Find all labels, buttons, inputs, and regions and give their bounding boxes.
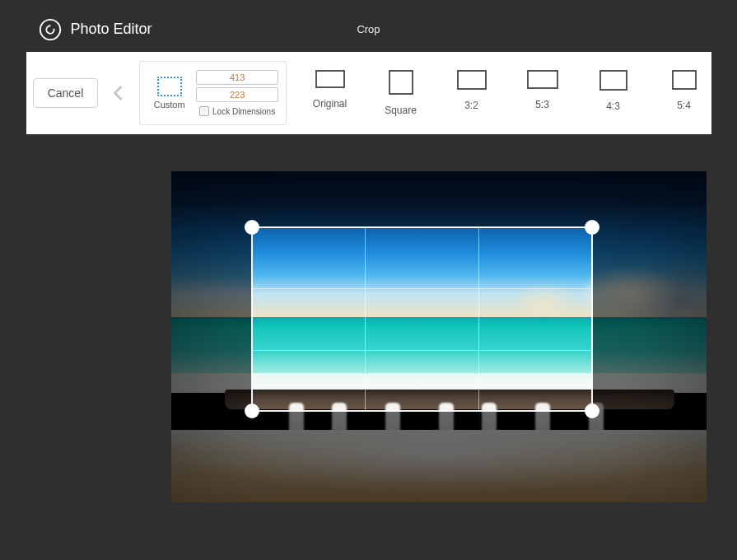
- app-title: Photo Editor: [71, 21, 152, 38]
- ratio-label: 5:4: [677, 100, 691, 111]
- cc-logo-icon: [38, 17, 63, 42]
- ratio-label: 5:3: [535, 99, 549, 110]
- ratio-swatch-icon: [389, 70, 413, 95]
- ratio-option-square[interactable]: Square: [380, 70, 422, 116]
- ratio-label: Square: [385, 105, 417, 116]
- mode-title: Crop: [357, 23, 380, 35]
- custom-option[interactable]: Custom: [145, 77, 194, 110]
- ratio-label: 3:2: [464, 100, 478, 111]
- svg-point-0: [40, 19, 59, 39]
- custom-crop-panel: Custom Lock Dimensions: [139, 61, 287, 125]
- crop-handle-top-left[interactable]: [245, 220, 259, 235]
- ratio-option-original[interactable]: Original: [310, 70, 351, 110]
- ratio-option-5-4[interactable]: 5:4: [664, 70, 705, 111]
- crop-handle-bottom-right[interactable]: [585, 404, 599, 418]
- chevron-left-icon: [110, 82, 128, 105]
- ratio-option-4-3[interactable]: 4:3: [593, 70, 634, 112]
- ratio-swatch-icon: [599, 70, 627, 91]
- ratio-option-3-2[interactable]: 3:2: [451, 70, 492, 111]
- crop-preview: [252, 227, 592, 411]
- svg-point-1: [44, 24, 55, 35]
- ratio-option-5-3[interactable]: 5:3: [522, 70, 563, 110]
- crop-handle-bottom-left[interactable]: [245, 404, 259, 418]
- aspect-ratio-options: Original Square 3:2 5:3 4:3: [310, 70, 705, 116]
- app-window: Photo Editor Crop Cancel Custom: [26, 7, 711, 534]
- ratio-swatch-icon: [672, 70, 697, 90]
- ratio-swatch-icon: [315, 70, 345, 88]
- lock-dimensions-label: Lock Dimensions: [212, 107, 275, 116]
- ratio-swatch-icon: [527, 70, 558, 89]
- ratio-label: 4:3: [606, 100, 620, 112]
- back-button[interactable]: [103, 68, 133, 118]
- crop-box[interactable]: [252, 227, 592, 411]
- cancel-button[interactable]: Cancel: [33, 78, 99, 108]
- crop-handle-top-right[interactable]: [585, 220, 599, 235]
- crop-toolbar: Cancel Custom Lock Dimensions: [26, 52, 711, 134]
- app-frame: Photo Editor Crop Cancel Custom: [0, 0, 737, 560]
- header: Photo Editor Crop: [26, 7, 711, 52]
- custom-swatch-icon: [157, 77, 182, 96]
- ratio-swatch-icon: [457, 70, 487, 90]
- canvas-area: [26, 134, 711, 534]
- crop-width-input[interactable]: [196, 70, 278, 85]
- custom-label: Custom: [154, 100, 185, 110]
- custom-dimensions: Lock Dimensions: [194, 70, 281, 116]
- lock-dimensions-row[interactable]: Lock Dimensions: [199, 106, 275, 116]
- lock-dimensions-checkbox[interactable]: [199, 106, 209, 116]
- crop-height-input[interactable]: [196, 87, 278, 102]
- ratio-label: Original: [313, 98, 347, 110]
- image-stage[interactable]: [171, 171, 707, 502]
